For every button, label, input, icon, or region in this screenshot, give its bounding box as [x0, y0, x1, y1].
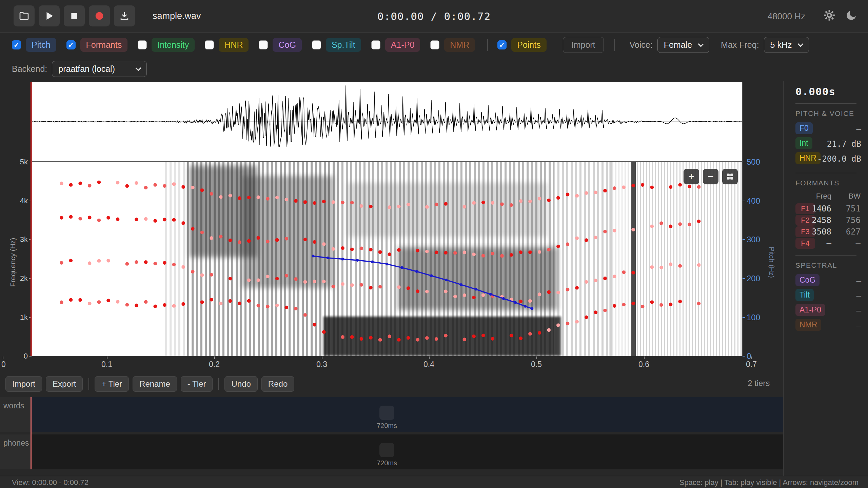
redo-button[interactable]: Redo: [261, 376, 294, 392]
toggle-label-cog: CoG: [273, 38, 301, 52]
toggle-points[interactable]: ✓Points: [497, 38, 546, 52]
tier-count-label: 2 tiers: [748, 379, 770, 388]
time-tick-0.2: 0.2: [209, 360, 220, 369]
toggle-hnr[interactable]: HNR: [205, 38, 249, 52]
tick-mark: [743, 278, 745, 279]
freq-tick-5k: 5k: [7, 158, 28, 166]
toggle-a1-p0[interactable]: A1-P0: [371, 38, 420, 52]
formant-row-f1: F11406751: [795, 203, 868, 215]
formant-bw-f2: 756: [846, 216, 861, 225]
formants-rows: F11406751F22458756F33508627F4——: [795, 203, 868, 249]
checkbox-pitch[interactable]: ✓: [12, 40, 21, 49]
checkbox-points[interactable]: ✓: [497, 40, 507, 49]
checkbox-hnr[interactable]: [205, 40, 214, 49]
toggle-intensity[interactable]: Intensity: [138, 38, 195, 52]
tier-row-phones[interactable]: phones720ms: [0, 434, 783, 469]
measure-value-int: 21.7 dB: [827, 139, 861, 149]
tier-interval-marker[interactable]: [379, 443, 394, 457]
max-freq-select-value: 5 kHz: [770, 40, 792, 50]
settings-button[interactable]: [823, 9, 836, 23]
undo-button[interactable]: Undo: [224, 376, 257, 392]
tick-mark: [743, 356, 745, 357]
checkbox-nmr[interactable]: [430, 40, 439, 49]
checkbox-cog[interactable]: [259, 40, 268, 49]
spectrogram-panel[interactable]: [32, 162, 743, 356]
time-display: 0:00.00 / 0:00.72: [0, 10, 868, 22]
zoom-in-button[interactable]: +: [684, 169, 699, 184]
voice-select[interactable]: Female: [657, 37, 709, 53]
formant-bw-f4: —: [856, 239, 861, 248]
chevron-down-icon: [798, 41, 804, 47]
pitch-tick-400: 400: [747, 196, 760, 206]
backend-select[interactable]: praatfan (local): [52, 61, 147, 77]
measure-badge-f0: F0: [795, 122, 813, 134]
zoom-controls: + −: [684, 169, 738, 184]
divider: [795, 103, 856, 104]
zoom-out-button[interactable]: −: [703, 169, 718, 184]
tick-mark: [644, 357, 645, 359]
chevron-down-icon: [698, 41, 704, 47]
import-button[interactable]: Import: [5, 376, 42, 392]
toggle-formants[interactable]: ✓Formants: [66, 38, 128, 52]
tick-mark: [3, 357, 3, 359]
tick-mark: [214, 357, 215, 359]
divider: [487, 39, 488, 51]
-tier-button[interactable]: - Tier: [181, 376, 213, 392]
time-tick-0: 0: [1, 360, 6, 369]
measure-row-nmr: NMR—: [795, 319, 868, 334]
divider: [614, 39, 615, 51]
tier-label-col: phones: [0, 434, 31, 469]
checkbox-sp-tilt[interactable]: [312, 40, 321, 49]
formant-bw-f3: 627: [846, 227, 861, 237]
grid-icon: [726, 173, 734, 180]
spectrogram-plot: [32, 162, 742, 356]
spectrogram-texture: [164, 162, 742, 356]
moon-icon: [846, 9, 858, 21]
toggle-label-nmr: NMR: [444, 38, 475, 52]
overlay-toggle-group: ✓Pitch✓FormantsIntensityHNRCoGSp.TiltA1-…: [12, 38, 485, 52]
freq-tick-2k: 2k: [7, 274, 28, 283]
measure-value-cog: —: [856, 276, 861, 286]
-tier-button[interactable]: + Tier: [95, 376, 129, 392]
points-import-button[interactable]: Import: [563, 37, 604, 53]
status-bar: View: 0:00.00 - 0:00.72 Space: play | Ta…: [0, 476, 868, 488]
checkbox-formants[interactable]: ✓: [66, 40, 76, 49]
section-title-spectral: SPECTRAL: [795, 261, 868, 269]
max-freq-select[interactable]: 5 kHz: [764, 37, 809, 53]
toggle-pitch[interactable]: ✓Pitch: [12, 38, 56, 52]
tick-mark: [429, 357, 430, 359]
waveform-panel[interactable]: [32, 82, 743, 162]
divider: [88, 378, 89, 390]
measure-badge-int: Int: [795, 137, 812, 149]
voice-label: Voice:: [630, 40, 653, 50]
zoom-fit-button[interactable]: [722, 169, 738, 184]
tier-content[interactable]: [31, 397, 783, 432]
tier-content[interactable]: [31, 434, 783, 469]
cursor-time: 0.000s: [795, 85, 868, 98]
playhead-cursor[interactable]: [31, 82, 32, 356]
tick-mark: [107, 357, 107, 359]
backend-label: Backend:: [12, 64, 47, 74]
time-tick-0.6: 0.6: [638, 360, 649, 369]
toggle-nmr[interactable]: NMR: [430, 38, 475, 52]
tier-label-col: words: [0, 397, 31, 432]
toggle-cog[interactable]: CoG: [259, 38, 301, 52]
workspace: Frequency (Hz) 5k4k3k2k1k0 Pitch (Hz) 50…: [0, 81, 868, 476]
time-tick-0.7: 0.7: [746, 360, 757, 369]
tier-name-label: phones: [3, 439, 29, 448]
toggle-label-a1-p0: A1-P0: [385, 38, 420, 52]
checkbox-intensity[interactable]: [138, 40, 147, 49]
formants-header-freq: Freq: [816, 192, 831, 201]
tier-interval-marker[interactable]: [379, 406, 394, 420]
rename-button[interactable]: Rename: [133, 376, 177, 392]
pitch-voice-rows: F0—Int21.7 dBHNR-200.0 dB: [795, 122, 868, 167]
toggle-label-pitch: Pitch: [26, 38, 56, 52]
toggle-sp-tilt[interactable]: Sp.Tilt: [312, 38, 361, 52]
divider: [795, 255, 856, 256]
export-button[interactable]: Export: [46, 376, 83, 392]
measure-row-hnr: HNR-200.0 dB: [795, 152, 868, 167]
checkbox-a1-p0[interactable]: [371, 40, 380, 49]
theme-toggle-button[interactable]: [846, 9, 858, 22]
toggle-label-points: Points: [511, 38, 546, 52]
tier-row-words[interactable]: words720ms: [0, 397, 783, 432]
